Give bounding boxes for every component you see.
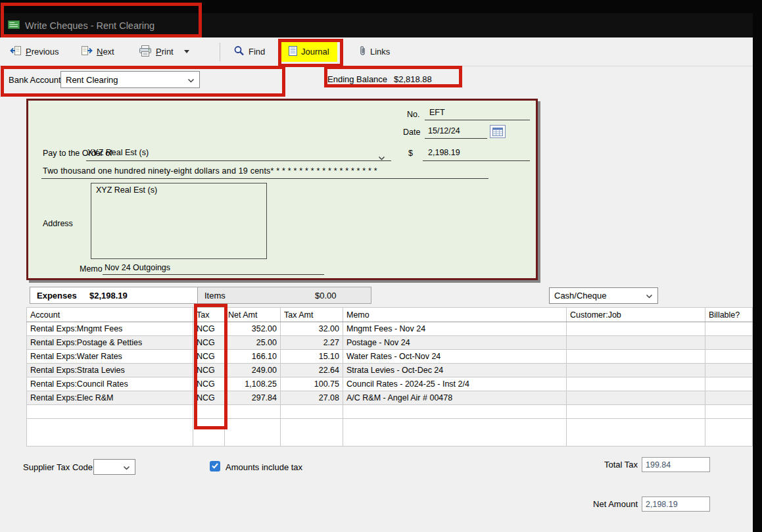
tax-amt-cell[interactable]: 22.64 — [281, 364, 343, 377]
memo-cell[interactable]: Postage - Nov 24 — [343, 336, 567, 350]
net-amt-cell[interactable]: 352.00 — [225, 322, 281, 336]
empty-cell[interactable] — [567, 419, 705, 447]
memo-cell[interactable]: Council Rates - 2024-25 - Inst 2/4 — [343, 377, 567, 391]
payment-method-dropdown[interactable]: Cash/Cheque — [549, 287, 658, 304]
customer-job-cell[interactable] — [567, 336, 705, 350]
tax-cell[interactable]: NCG — [193, 350, 225, 364]
calendar-icon[interactable] — [490, 125, 506, 138]
empty-cell[interactable] — [343, 419, 567, 447]
bank-account-dropdown[interactable]: Rent Clearing — [60, 71, 200, 88]
tab-expenses[interactable]: Expenses $2,198.19 — [30, 287, 198, 304]
empty-cell[interactable] — [225, 419, 281, 447]
net-amt-cell[interactable]: 166.10 — [225, 350, 281, 364]
date-label: Date — [403, 128, 420, 137]
customer-job-cell[interactable] — [567, 364, 705, 377]
net-amt-cell[interactable]: 1,108.25 — [225, 377, 281, 391]
customer-job-cell[interactable] — [567, 322, 705, 336]
memo-cell[interactable]: Mngmt Fees - Nov 24 — [343, 322, 567, 336]
links-button[interactable]: Links — [353, 41, 396, 62]
total-tax-field[interactable]: 199.84 — [642, 457, 710, 472]
tax-amt-cell[interactable]: 15.10 — [281, 350, 343, 364]
billable-cell[interactable] — [705, 336, 753, 350]
empty-cell[interactable] — [281, 419, 343, 447]
tax-amt-cell[interactable]: 32.00 — [281, 322, 343, 336]
billable-cell[interactable] — [705, 322, 753, 336]
account-cell[interactable]: Rental Exps:Elec R&M — [27, 391, 193, 405]
billable-cell[interactable] — [705, 350, 753, 364]
account-cell[interactable]: Rental Exps:Mngmt Fees — [27, 322, 193, 336]
address-field[interactable]: XYZ Real Est (s) — [91, 183, 267, 259]
column-header-account: Account — [27, 308, 193, 322]
tax-amt-cell[interactable]: 27.08 — [281, 391, 343, 405]
journal-label: Journal — [301, 47, 329, 57]
table-row: Rental Exps:Council Rates NCG 1,108.25 1… — [27, 377, 753, 391]
empty-cell[interactable] — [705, 419, 753, 447]
amount-field[interactable]: 2,198.19 — [428, 148, 460, 157]
account-cell[interactable]: Rental Exps:Council Rates — [27, 377, 193, 391]
amount-underline — [423, 160, 530, 161]
billable-cell[interactable] — [705, 364, 753, 377]
cheque-no-field[interactable]: EFT — [429, 108, 445, 117]
payee-chevron-down-icon[interactable] — [378, 151, 385, 163]
memo-field[interactable]: Nov 24 Outgoings — [105, 263, 170, 272]
supplier-tax-code-dropdown[interactable] — [93, 459, 135, 475]
chevron-down-icon[interactable] — [123, 462, 130, 472]
account-cell[interactable]: Rental Exps:Strata Levies — [27, 364, 193, 377]
address-label: Address — [43, 219, 73, 228]
tax-amt-cell[interactable]: 100.75 — [281, 377, 343, 391]
toolbar: Previous Next Print Find Journal — [0, 37, 753, 66]
tax-cell[interactable]: NCG — [193, 364, 225, 377]
customer-job-cell[interactable] — [567, 391, 705, 405]
empty-cell[interactable] — [343, 405, 567, 419]
chevron-down-icon[interactable] — [646, 291, 653, 301]
net-amount-field[interactable]: 2,198.19 — [642, 496, 710, 512]
find-button[interactable]: Find — [227, 41, 271, 62]
net-amt-cell[interactable]: 297.84 — [225, 391, 281, 405]
items-tab-label: Items — [204, 291, 226, 301]
amounts-include-tax-checkbox[interactable] — [210, 461, 220, 472]
empty-cell[interactable] — [281, 405, 343, 419]
tax-cell[interactable]: NCG — [193, 391, 225, 405]
empty-cell[interactable] — [27, 419, 193, 447]
print-button[interactable]: Print — [133, 41, 195, 62]
net-amt-cell[interactable]: 25.00 — [225, 336, 281, 350]
empty-cell[interactable] — [27, 405, 193, 419]
window-titlebar: Write Cheques - Rent Clearing — [0, 13, 753, 37]
billable-cell[interactable] — [705, 391, 753, 405]
payee-field[interactable]: XYZ Real Est (s) — [87, 148, 149, 157]
bank-account-row: Bank Account Rent Clearing Ending Balanc… — [0, 66, 753, 97]
tax-cell[interactable]: NCG — [193, 322, 225, 336]
print-dropdown-caret-icon[interactable] — [184, 50, 189, 53]
memo-cell[interactable]: Strata Levies - Oct-Dec 24 — [343, 364, 567, 377]
bank-account-value: Rent Clearing — [66, 75, 118, 85]
memo-cell[interactable]: Water Rates - Oct-Nov 24 — [343, 350, 567, 364]
expense-table: Account Tax Net Amt Tax Amt Memo Custome… — [26, 307, 753, 447]
account-cell[interactable]: Rental Exps:Postage & Petties — [27, 336, 193, 350]
journal-button[interactable]: Journal — [281, 41, 337, 62]
empty-cell[interactable] — [193, 405, 225, 419]
customer-job-cell[interactable] — [567, 377, 705, 391]
total-tax-label: Total Tax — [564, 460, 638, 470]
chevron-down-icon[interactable] — [187, 75, 195, 85]
previous-button[interactable]: Previous — [4, 41, 65, 62]
memo-cell[interactable]: A/C R&M - Angel Air # 00478 — [343, 391, 567, 405]
next-button[interactable]: Next — [75, 41, 120, 62]
previous-icon — [10, 45, 22, 58]
empty-cell[interactable] — [705, 405, 753, 419]
date-field[interactable]: 15/12/24 — [428, 126, 460, 135]
table-row: Rental Exps:Strata Levies NCG 249.00 22.… — [27, 364, 753, 377]
customer-job-cell[interactable] — [567, 350, 705, 364]
empty-cell[interactable] — [193, 419, 225, 447]
amount-in-words: Two thousand one hundred ninety-eight do… — [43, 166, 377, 176]
empty-cell[interactable] — [225, 405, 281, 419]
net-amt-cell[interactable]: 249.00 — [225, 364, 281, 377]
table-header-row: Account Tax Net Amt Tax Amt Memo Custome… — [27, 308, 753, 322]
billable-cell[interactable] — [705, 377, 753, 391]
tax-cell[interactable]: NCG — [193, 377, 225, 391]
account-cell[interactable]: Rental Exps:Water Rates — [27, 350, 193, 364]
tax-amt-cell[interactable]: 2.27 — [281, 336, 343, 350]
tax-cell[interactable]: NCG — [193, 336, 225, 350]
empty-cell[interactable] — [567, 405, 705, 419]
next-label: Next — [97, 47, 114, 57]
tab-items[interactable]: Items $0.00 — [197, 287, 371, 304]
